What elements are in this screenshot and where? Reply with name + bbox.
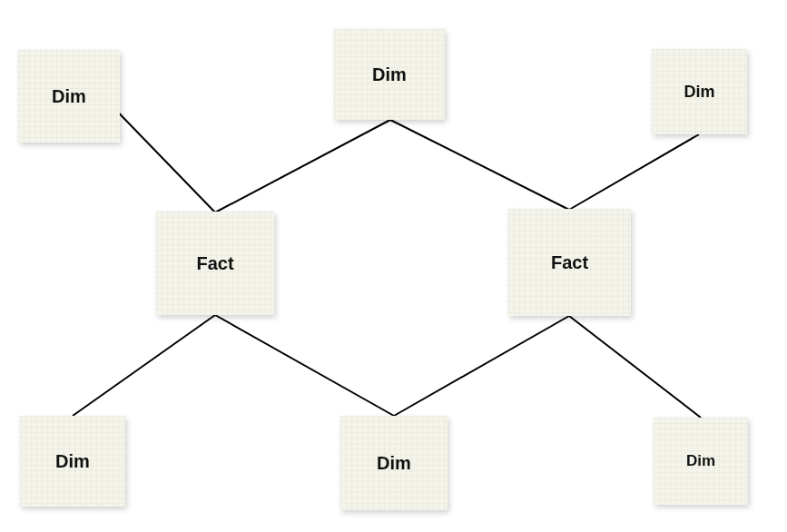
edge — [569, 316, 701, 418]
node-label: Dim — [686, 452, 715, 470]
dim-node-top-center[interactable]: Dim — [334, 29, 445, 120]
node-label: Dim — [377, 453, 411, 474]
node-label: Dim — [55, 451, 90, 472]
edge — [394, 316, 569, 416]
node-label: Dim — [372, 64, 407, 85]
node-label: Fact — [196, 253, 233, 274]
dim-node-top-right[interactable]: Dim — [652, 49, 747, 134]
dim-node-bottom-center[interactable]: Dim — [340, 416, 448, 510]
edge — [569, 134, 699, 210]
node-label: Fact — [551, 252, 588, 273]
edge — [73, 315, 215, 416]
dim-node-top-left[interactable]: Dim — [18, 50, 120, 143]
edge — [215, 315, 394, 416]
dim-node-bottom-right[interactable]: Dim — [654, 418, 748, 505]
diagram-canvas: Dim Dim Dim Fact Fact Dim Dim Dim — [0, 0, 787, 532]
node-label: Dim — [684, 83, 714, 102]
dim-node-bottom-left[interactable]: Dim — [20, 416, 125, 507]
edge — [390, 120, 569, 210]
fact-node-right[interactable]: Fact — [508, 209, 631, 316]
fact-node-left[interactable]: Fact — [156, 212, 274, 315]
node-label: Dim — [52, 86, 86, 107]
edge — [215, 120, 390, 212]
